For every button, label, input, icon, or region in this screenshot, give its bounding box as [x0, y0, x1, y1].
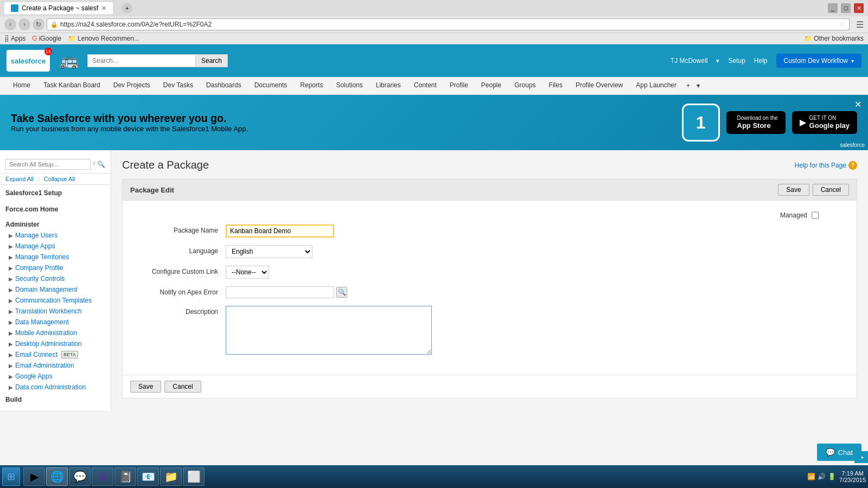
sidebar-item-communication-templates[interactable]: ▶ Communication Templates — [0, 295, 111, 306]
sidebar-section-administer: Administer — [0, 217, 111, 230]
package-name-input[interactable] — [226, 224, 334, 237]
save-button-bottom[interactable]: Save — [130, 381, 161, 393]
bookmark-other[interactable]: 📁 Other bookmarks — [804, 35, 864, 42]
bookmark-lenovo[interactable]: 📁 Lenovo Recommen... — [68, 35, 139, 42]
cancel-button-top[interactable]: Cancel — [813, 184, 849, 196]
sidebar-item-mobile-admin[interactable]: ▶ Mobile Administration — [0, 328, 111, 338]
minimize-button[interactable]: _ — [828, 3, 838, 13]
package-name-label: Package Name — [139, 224, 226, 234]
expand-all-link[interactable]: Expand All — [5, 176, 34, 182]
sidebar-item-email-admin[interactable]: ▶ Email Administration — [0, 360, 111, 371]
nav-item-people[interactable]: People — [475, 77, 508, 94]
nav-item-documents[interactable]: Documents — [248, 77, 294, 94]
navigation-tabs: Home Task Kanban Board Dev Projects Dev … — [0, 77, 868, 95]
salesforce-car-graphic: 🚌 — [60, 53, 79, 68]
arrow-icon: ▶ — [9, 352, 13, 358]
main-content: ? 🔍 Expand All | Collapse All Salesforce… — [0, 150, 868, 410]
app-store-button[interactable]: Download on theApp Store — [726, 111, 786, 134]
nav-item-solutions[interactable]: Solutions — [329, 77, 369, 94]
notify-apex-row: Notify on Apex Error 🔍 — [139, 286, 840, 298]
sidebar-item-manage-territories[interactable]: ▶ Manage Territories — [0, 252, 111, 262]
notify-apex-input[interactable] — [226, 286, 334, 298]
sidebar-item-domain-management[interactable]: ▶ Domain Management — [0, 284, 111, 295]
search-input[interactable] — [87, 54, 196, 67]
banner-right: 1 salesforce Download on theApp Store ▶ … — [682, 104, 857, 142]
nav-item-dashboards[interactable]: Dashboards — [200, 77, 248, 94]
sidebar-search-area: ? 🔍 — [0, 156, 111, 174]
sidebar-item-google-apps[interactable]: ▶ Google Apps — [0, 371, 111, 382]
new-tab-button[interactable]: + — [122, 3, 132, 14]
user-dropdown-icon[interactable]: ▾ — [716, 57, 719, 65]
google-play-button[interactable]: ▶ GET IT ONGoogle play — [792, 111, 857, 134]
nav-item-content[interactable]: Content — [407, 77, 443, 94]
help-page-label: Help for this Page — [795, 162, 846, 169]
refresh-button[interactable]: ↻ — [33, 18, 44, 30]
description-textarea[interactable] — [226, 306, 432, 355]
nav-item-groups[interactable]: Groups — [508, 77, 542, 94]
nav-more-button[interactable]: + — [683, 78, 693, 94]
save-button-top[interactable]: Save — [778, 184, 809, 196]
workflow-button[interactable]: Custom Dev Workflow ▾ — [776, 54, 861, 68]
sidebar-item-label: Data.com Administration — [15, 383, 86, 391]
close-button[interactable]: ✕ — [854, 3, 864, 13]
salesforce1-logo: 1 salesforce — [682, 104, 720, 142]
folder-icon: 📁 — [68, 35, 76, 42]
nav-item-libraries[interactable]: Libraries — [369, 77, 407, 94]
sidebar-item-desktop-admin[interactable]: ▶ Desktop Administration — [0, 338, 111, 349]
sidebar-item-manage-apps[interactable]: ▶ Manage Apps — [0, 241, 111, 252]
collapse-all-link[interactable]: Collapse All — [44, 176, 75, 182]
sidebar-item-translation-workbench[interactable]: ▶ Translation Workbench — [0, 306, 111, 317]
nav-item-reports[interactable]: Reports — [293, 77, 329, 94]
search-button[interactable]: Search — [196, 54, 228, 67]
arrow-icon: ▶ — [9, 384, 13, 390]
maximize-button[interactable]: □ — [841, 3, 851, 13]
lookup-icon: 🔍 — [336, 287, 347, 298]
notify-apex-lookup-button[interactable]: 🔍 — [336, 287, 347, 298]
bookmark-apps[interactable]: ⣿ Apps — [4, 35, 25, 42]
nav-overflow-button[interactable]: ▾ — [693, 78, 703, 94]
arrow-icon: ▶ — [9, 276, 13, 282]
nav-item-home[interactable]: Home — [7, 77, 37, 94]
tab-close-icon[interactable]: ✕ — [101, 5, 106, 12]
sidebar-expand-collapse: Expand All | Collapse All — [0, 174, 111, 185]
sidebar-item-manage-users[interactable]: ▶ Manage Users — [0, 230, 111, 241]
back-button[interactable]: ‹ — [4, 18, 16, 30]
banner-headline: Take Salesforce with you wherever you go… — [11, 112, 248, 125]
managed-checkbox[interactable] — [812, 211, 819, 219]
nav-item-profile[interactable]: Profile — [443, 77, 475, 94]
folder-icon-other: 📁 — [804, 35, 812, 42]
nav-item-dev-projects[interactable]: Dev Projects — [107, 77, 157, 94]
nav-item-profile-overview[interactable]: Profile Overview — [569, 77, 629, 94]
nav-item-app-launcher[interactable]: App Launcher — [629, 77, 683, 94]
setup-link[interactable]: Setup — [728, 57, 745, 65]
menu-icon[interactable]: ☰ — [856, 20, 864, 30]
language-select[interactable]: English Spanish French German — [226, 245, 312, 258]
address-bar[interactable]: 🔒 https://na24.salesforce.com/0A2/e?retU… — [47, 18, 850, 30]
sidebar-item-security-controls[interactable]: ▶ Security Controls — [0, 273, 111, 284]
sidebar-item-data-management[interactable]: ▶ Data Management — [0, 317, 111, 328]
sidebar-search-input[interactable] — [5, 159, 91, 170]
tab-favicon — [11, 4, 18, 12]
browser-tab[interactable]: Create a Package ~ salesf ✕ — [4, 2, 113, 14]
banner-close-button[interactable]: ✕ — [854, 99, 861, 110]
sidebar-item-email-connect[interactable]: ▶ Email Connect BETA — [0, 349, 111, 360]
configure-select[interactable]: --None-- — [226, 266, 269, 279]
sidebar-search-icon[interactable]: 🔍 — [97, 160, 105, 168]
user-name-link[interactable]: TJ McDowell — [671, 57, 708, 65]
bookmark-star-icon[interactable]: ☆ — [839, 20, 846, 29]
arrow-icon: ▶ — [9, 341, 13, 347]
sidebar-item-datacom-admin[interactable]: ▶ Data.com Administration — [0, 382, 111, 393]
salesforce-logo[interactable]: salesforce 15 — [7, 50, 50, 72]
bookmark-igoogle[interactable]: G iGoogle — [32, 35, 61, 42]
nav-item-dev-tasks[interactable]: Dev Tasks — [157, 77, 200, 94]
help-for-page-link[interactable]: Help for this Page ? — [795, 161, 857, 170]
help-link[interactable]: Help — [754, 57, 768, 65]
cancel-button-bottom[interactable]: Cancel — [164, 381, 201, 393]
sidebar-help-icon: ? — [92, 161, 95, 168]
url-display: https://na24.salesforce.com/0A2/e?retURL… — [60, 21, 837, 28]
nav-item-files[interactable]: Files — [542, 77, 569, 94]
sidebar-item-label: Manage Territories — [15, 253, 69, 261]
nav-item-kanban[interactable]: Task Kanban Board — [37, 77, 107, 94]
forward-button[interactable]: › — [18, 18, 30, 30]
sidebar-item-company-profile[interactable]: ▶ Company Profile — [0, 262, 111, 273]
